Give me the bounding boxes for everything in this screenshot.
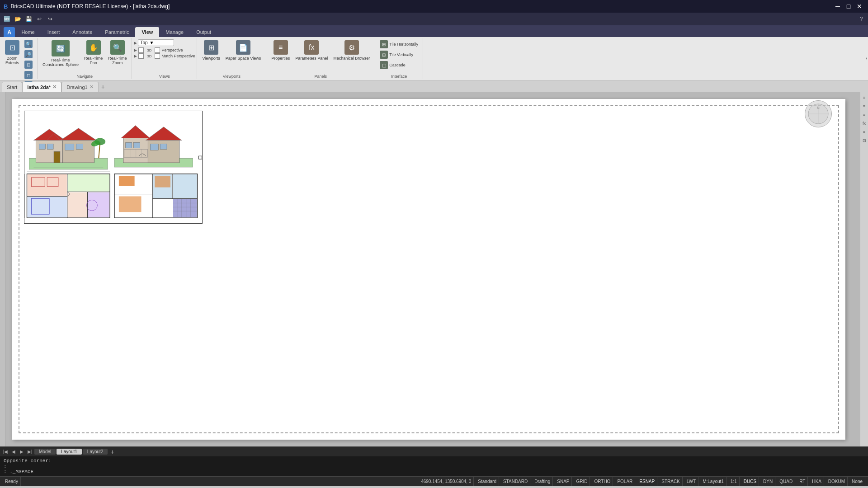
status-rt[interactable]: RT [797, 477, 808, 486]
perspective-checkbox-2[interactable] [155, 47, 160, 53]
maximize-button[interactable]: □ [844, 1, 854, 11]
panel-btn-3[interactable]: ≡ [863, 111, 865, 118]
tab-annotate[interactable]: Annotate [66, 27, 99, 37]
viewcube[interactable]: N [805, 100, 832, 127]
cmd-line-1: Opposite corner: [4, 458, 864, 464]
status-area: |◀ ◀ ▶ ▶| Model Layout1 Layout2 + Opposi… [0, 446, 868, 486]
status-esnap[interactable]: ESNAP [637, 477, 657, 486]
status-ortho[interactable]: ORTHO [592, 477, 613, 486]
zoom-in-button[interactable]: 🔍 [23, 39, 34, 49]
zoom-all-button[interactable]: ◻ [23, 70, 34, 80]
command-window[interactable]: Opposite corner: : : ._MSPACE : : Enter … [0, 456, 868, 476]
layout-tab-model[interactable]: Model [34, 449, 56, 455]
parameters-panel-button[interactable]: fx Parameters Panel [293, 39, 330, 70]
titlebar: B BricsCAD Ultimate (NOT FOR RESALE Lice… [0, 0, 868, 13]
match-perspective-checkbox-1[interactable] [138, 53, 144, 59]
layout-nav-first[interactable]: |◀ [2, 448, 9, 455]
panel-btn-2[interactable]: ≡ [863, 103, 865, 110]
zoom-out-icon: 🔎 [24, 50, 33, 58]
tab-output[interactable]: Output [190, 27, 217, 37]
status-polar[interactable]: POLAR [615, 477, 635, 486]
tile-v-icon: ⊟ [380, 51, 388, 59]
ribbon-expand-icon[interactable]: ⋮ [864, 56, 868, 61]
layout-nav-prev[interactable]: ◀ [10, 448, 17, 455]
doc-tab-latha-close[interactable]: ✕ [52, 84, 57, 90]
status-dyn[interactable]: DYN [761, 477, 775, 486]
coords-display[interactable]: 4690.1454, 1350.6904, 0 [419, 477, 474, 486]
cascade-button[interactable]: ◫ Cascade [378, 60, 420, 70]
panel-btn-1[interactable]: ≡ [863, 94, 865, 101]
layout-tab-layout1[interactable]: Layout1 [57, 449, 82, 455]
titlebar-left: B BricsCAD Ultimate (NOT FOR RESALE Lice… [4, 3, 170, 10]
properties-button[interactable]: ≡ Properties [269, 39, 292, 70]
status-snap[interactable]: SNAP [555, 477, 572, 486]
panel-btn-4[interactable]: fx [863, 120, 866, 127]
tab-manage[interactable]: Manage [159, 27, 190, 37]
qa-redo-button[interactable]: ↪ [45, 14, 55, 24]
status-quad[interactable]: QUAD [777, 477, 795, 486]
doc-tab-start[interactable]: Start [2, 82, 22, 92]
layout-nav-next[interactable]: ▶ [18, 448, 25, 455]
qa-save-button[interactable]: 💾 [24, 14, 33, 24]
viewports-button[interactable]: ⊞ Viewports [200, 39, 222, 70]
status-hka[interactable]: HKA [810, 477, 824, 486]
doc-tab-drawing1-close[interactable]: ✕ [90, 84, 94, 90]
panel-btn-6[interactable]: ⊡ [863, 137, 866, 144]
viewport-border [19, 105, 839, 433]
doc-tab-drawing1[interactable]: Drawing1 ✕ [61, 82, 98, 92]
zoom-window-icon: ⊡ [24, 61, 33, 69]
zoom-window-button[interactable]: ⊡ [23, 60, 34, 70]
status-grid[interactable]: GRID [574, 477, 590, 486]
pan-button[interactable]: ✋ Real-TimePan [82, 39, 105, 70]
view-dropdown-icon: ▼ [150, 40, 154, 45]
add-doc-tab[interactable]: + [99, 82, 108, 92]
qa-help-button[interactable]: ? [856, 14, 866, 24]
tab-view[interactable]: View [135, 27, 159, 37]
qa-new-button[interactable]: 🆕 [2, 14, 12, 24]
perspective-checkbox-1[interactable] [138, 47, 144, 53]
layout-tab-layout2[interactable]: Layout2 [83, 449, 108, 455]
mechanical-browser-button[interactable]: ⚙ Mechanical Browser [331, 39, 372, 70]
paper-space-views-button[interactable]: 📄 Paper Space Views [223, 39, 263, 70]
qa-open-button[interactable]: 📂 [13, 14, 23, 24]
tab-parametric[interactable]: Parametric [99, 27, 135, 37]
status-std2[interactable]: STANDARD [501, 477, 530, 486]
close-button[interactable]: ✕ [854, 1, 864, 11]
zoom-out-button[interactable]: 🔎 [23, 49, 34, 59]
status-none[interactable]: None [849, 477, 865, 486]
status-lwt[interactable]: LWT [684, 477, 698, 486]
views-group-label: Views [134, 73, 195, 79]
tile-horizontally-button[interactable]: ⊞ Tile Horizontally [378, 39, 420, 49]
mechanical-icon: ⚙ [344, 40, 359, 55]
zoom-rt-button[interactable]: 🔍 Real-TimeZoom [106, 39, 129, 70]
status-ducs[interactable]: DUCS [741, 477, 759, 486]
tile-vertically-button[interactable]: ⊟ Tile Vertically [378, 50, 420, 60]
orbit-button[interactable]: 🔄 Real-TimeConstrained Sphere [40, 39, 81, 70]
layout-nav-last[interactable]: ▶| [26, 448, 33, 455]
tab-home-icon[interactable]: A [4, 27, 15, 37]
svg-rect-50 [173, 174, 197, 198]
panels-group-content: ≡ Properties fx Parameters Panel ⚙ Mecha… [269, 39, 372, 73]
status-standard[interactable]: Standard [476, 477, 499, 486]
doc-tab-latha[interactable]: latha 2da* ✕ [22, 82, 61, 92]
layout-tab-add[interactable]: + [108, 448, 116, 455]
svg-rect-17 [148, 140, 179, 163]
panel-btn-5[interactable]: ≡ [863, 128, 865, 136]
canvas-area[interactable]: N ≡ ≡ ≡ fx ≡ ⊡ [5, 92, 868, 446]
status-mlayout[interactable]: M:Layout1 [700, 477, 726, 486]
tab-insert[interactable]: Insert [41, 27, 66, 37]
svg-rect-51 [173, 199, 197, 217]
ribbon-group-viewports: ⊞ Viewports 📄 Paper Space Views Viewport… [197, 38, 266, 79]
qa-undo-button[interactable]: ↩ [34, 14, 44, 24]
views-top: ▶ Top ▼ [134, 39, 195, 46]
left-bar [0, 92, 5, 446]
match-perspective-checkbox-2[interactable] [155, 53, 160, 59]
status-strack[interactable]: STRACK [659, 477, 683, 486]
status-scale[interactable]: 1:1 [728, 477, 740, 486]
zoom-extents-button[interactable]: ⊡ ZoomExtents [3, 39, 22, 70]
view-dropdown[interactable]: Top ▼ [138, 39, 174, 46]
tab-home[interactable]: Home [15, 27, 41, 37]
status-drafting[interactable]: Drafting [532, 477, 553, 486]
status-dokum[interactable]: DOKUM [826, 477, 848, 486]
minimize-button[interactable]: ─ [833, 1, 843, 11]
